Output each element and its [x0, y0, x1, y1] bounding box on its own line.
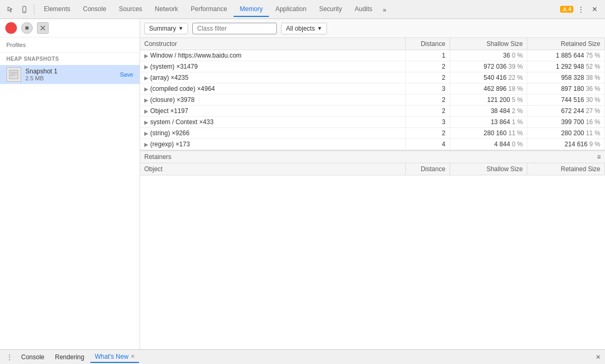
bottom-tab-whats-new[interactable]: What's New ✕	[90, 351, 139, 363]
tab-sources[interactable]: Sources	[113, 2, 148, 17]
clear-button[interactable]	[37, 22, 49, 34]
col-ret-shallow-size[interactable]: Shallow Size	[450, 163, 527, 175]
chevron-down-icon: ▼	[178, 25, 183, 31]
constructor-name: (system) ×31479	[150, 63, 198, 70]
tab-elements[interactable]: Elements	[38, 2, 77, 17]
retainers-section: Object Distance Shallow Size Retained Si…	[140, 163, 605, 349]
constructor-name: (string) ×9266	[150, 129, 189, 137]
col-ret-retained-size[interactable]: Retained Size	[527, 163, 605, 175]
distance-cell: 1	[406, 50, 450, 61]
table-row[interactable]: ▶ (compiled code) ×4964 3 462 896 18 % 8…	[140, 83, 605, 95]
table-row[interactable]: ▶ Window / https://www.baidu.com 1 36 0 …	[140, 50, 605, 61]
svg-rect-1	[24, 11, 25, 12]
constructor-name: (array) ×4235	[150, 74, 188, 81]
sidebar: Profiles HEAP SNAPSHOTS Snapshot 1 2.5 M…	[0, 19, 140, 349]
shallow-size-cell: 4 844 0 %	[450, 139, 527, 150]
menu-icon[interactable]: ⋮	[574, 3, 587, 16]
divider	[34, 4, 34, 15]
shallow-size-cell: 36 0 %	[450, 50, 527, 61]
snapshot-name: Snapshot 1	[25, 68, 116, 75]
table-row[interactable]: ▶ (regexp) ×173 4 4 844 0 % 214 616 9 %	[140, 139, 605, 150]
col-constructor[interactable]: Constructor	[140, 38, 406, 50]
tab-network[interactable]: Network	[148, 2, 184, 17]
all-objects-dropdown[interactable]: All objects ▼	[281, 23, 327, 34]
tab-audits[interactable]: Audits	[348, 2, 378, 17]
expand-arrow[interactable]: ▶	[144, 75, 148, 81]
constructor-cell: ▶ Object ×1197	[140, 106, 406, 117]
class-filter-input[interactable]	[192, 23, 277, 34]
distance-cell: 3	[406, 117, 450, 128]
col-ret-distance[interactable]: Distance	[406, 163, 450, 175]
col-distance[interactable]: Distance	[406, 38, 450, 50]
expand-arrow[interactable]: ▶	[144, 53, 148, 59]
expand-arrow[interactable]: ▶	[144, 64, 148, 70]
table-row[interactable]: ▶ (array) ×4235 2 540 416 22 % 958 328 3…	[140, 72, 605, 83]
mobile-icon[interactable]	[18, 3, 31, 16]
bottom-close-icon[interactable]: ✕	[595, 353, 601, 361]
cursor-icon[interactable]	[4, 3, 17, 16]
distance-cell: 2	[406, 95, 450, 106]
constructor-cell: ▶ (compiled code) ×4964	[140, 83, 406, 95]
expand-arrow[interactable]: ▶	[144, 130, 148, 136]
panel-toolbar: Summary ▼ All objects ▼	[140, 19, 605, 38]
devtools-toolbar: Elements Console Sources Network Perform…	[0, 0, 605, 19]
more-tabs-icon[interactable]: »	[379, 3, 391, 17]
profile-controls	[0, 19, 139, 38]
tab-console[interactable]: Console	[77, 2, 113, 17]
bottom-bar: ⋮ Console Rendering What's New ✕ ✕	[0, 349, 605, 364]
tab-security[interactable]: Security	[313, 2, 348, 17]
stop-button[interactable]	[21, 22, 33, 34]
tab-application[interactable]: Application	[269, 2, 313, 17]
constructor-name: Object ×1197	[150, 107, 188, 115]
summary-dropdown[interactable]: Summary ▼	[144, 23, 188, 34]
retainers-menu-icon[interactable]: ≡	[597, 153, 601, 161]
close-icon[interactable]: ✕	[588, 3, 601, 16]
constructor-cell: ▶ Window / https://www.baidu.com	[140, 50, 406, 61]
table-row[interactable]: ▶ system / Context ×433 3 13 864 1 % 399…	[140, 117, 605, 128]
expand-arrow[interactable]: ▶	[144, 97, 148, 103]
retained-size-cell: 1 292 948 52 %	[527, 61, 605, 72]
save-button[interactable]: Save	[120, 71, 133, 78]
bottom-tab-rendering[interactable]: Rendering	[51, 352, 88, 362]
retained-size-cell: 214 616 9 %	[527, 139, 605, 150]
col-retained-size[interactable]: Retained Size	[527, 38, 605, 50]
retained-size-cell: 744 516 30 %	[527, 95, 605, 106]
table-row[interactable]: ▶ (closure) ×3978 2 121 200 5 % 744 516 …	[140, 95, 605, 106]
constructor-table: Constructor Distance Shallow Size Retain…	[140, 38, 605, 151]
constructor-name: (regexp) ×173	[150, 141, 190, 148]
expand-arrow[interactable]: ▶	[144, 108, 148, 114]
expand-arrow[interactable]: ▶	[144, 119, 148, 125]
bottom-dots-icon[interactable]: ⋮	[4, 352, 15, 362]
constructor-name: (closure) ×3978	[150, 96, 194, 104]
table-row[interactable]: ▶ (string) ×9266 2 280 160 11 % 280 200 …	[140, 128, 605, 139]
snapshot-item[interactable]: Snapshot 1 2.5 MB Save	[0, 65, 139, 84]
retainers-label: Retainers	[144, 153, 171, 161]
table-row[interactable]: ▶ (system) ×31479 2 972 036 39 % 1 292 9…	[140, 61, 605, 72]
tab-performance[interactable]: Performance	[184, 2, 234, 17]
expand-arrow[interactable]: ▶	[144, 142, 148, 147]
col-object[interactable]: Object	[140, 163, 406, 175]
constructor-cell: ▶ (regexp) ×173	[140, 139, 406, 150]
bottom-tab-console[interactable]: Console	[17, 352, 49, 362]
retained-size-cell: 1 885 644 75 %	[527, 50, 605, 61]
svg-rect-3	[10, 70, 18, 79]
shallow-size-cell: 462 896 18 %	[450, 83, 527, 95]
distance-cell: 2	[406, 128, 450, 139]
whats-new-close-icon[interactable]: ✕	[131, 353, 135, 359]
constructor-cell: ▶ (array) ×4235	[140, 72, 406, 83]
expand-arrow[interactable]: ▶	[144, 86, 148, 92]
tab-memory[interactable]: Memory	[234, 2, 269, 17]
constructor-name: system / Context ×433	[150, 118, 213, 126]
shallow-size-cell: 121 200 5 %	[450, 95, 527, 106]
constructor-cell: ▶ system / Context ×433	[140, 117, 406, 128]
chevron-down-icon-2: ▼	[317, 25, 322, 31]
shallow-size-cell: 280 160 11 %	[450, 128, 527, 139]
main-content: Profiles HEAP SNAPSHOTS Snapshot 1 2.5 M…	[0, 19, 605, 349]
record-button[interactable]	[5, 22, 17, 34]
distance-cell: 2	[406, 106, 450, 117]
table-row[interactable]: ▶ Object ×1197 2 38 484 2 % 672 244 27 %	[140, 106, 605, 117]
constructor-name: (compiled code) ×4964	[150, 85, 215, 92]
warning-badge: ⚠ 4	[560, 6, 573, 13]
col-shallow-size[interactable]: Shallow Size	[450, 38, 527, 50]
tab-bar: Elements Console Sources Network Perform…	[38, 2, 559, 17]
